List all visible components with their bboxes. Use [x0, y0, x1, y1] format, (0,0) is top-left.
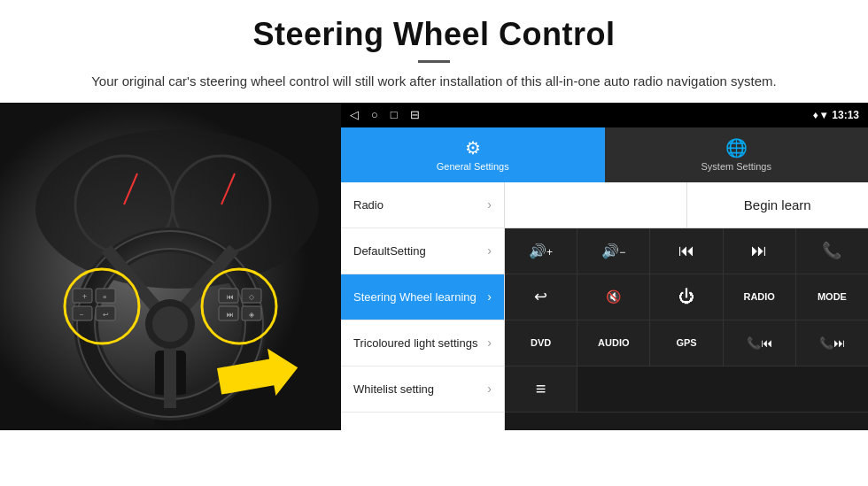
gps-button[interactable]: GPS	[650, 320, 723, 366]
empty-cell	[505, 182, 687, 228]
radio-button[interactable]: RADIO	[724, 274, 796, 320]
android-ui: ◁ ○ □ ⊟ ♦ ▾ 13:13 ⚙ General Settings 🌐 S…	[341, 103, 868, 430]
volume-up-button[interactable]: 🔊+	[505, 228, 577, 274]
settings-menu: Radio › DefaultSetting › Steering Wheel …	[341, 182, 505, 430]
nav-recents-icon[interactable]: □	[391, 108, 398, 121]
mute-button[interactable]: 🔇	[577, 274, 650, 320]
svg-point-14	[152, 306, 188, 342]
row-media-controls: 🔊+ 🔊− ⏮ ⏭ 📞	[505, 228, 868, 274]
next-track-button[interactable]: ⏭	[724, 228, 796, 274]
chevron-icon: ›	[487, 197, 492, 212]
menu-item-default-setting[interactable]: DefaultSetting ›	[341, 228, 504, 274]
svg-text:−: −	[80, 311, 84, 319]
menu-controls-area: Radio › DefaultSetting › Steering Wheel …	[341, 182, 868, 430]
clock: 13:13	[832, 109, 859, 121]
row-secondary-controls: ↩ 🔇 ⏻ RADIO MODE	[505, 274, 868, 320]
phone-next-icon: 📞⏭	[819, 336, 845, 350]
svg-text:+: +	[82, 292, 87, 301]
phone-prev-icon: 📞⏮	[747, 336, 772, 350]
status-bar: ◁ ○ □ ⊟ ♦ ▾ 13:13	[341, 103, 868, 127]
menu-tricoloured-label: Tricoloured light settings	[353, 336, 477, 350]
gear-icon: ⚙	[465, 137, 481, 158]
tab-system-settings[interactable]: 🌐 System Settings	[605, 127, 869, 182]
page-title: Steering Wheel Control	[53, 16, 815, 53]
audio-label: AUDIO	[598, 337, 629, 348]
power-button[interactable]: ⏻	[650, 274, 723, 320]
mode-label: MODE	[818, 291, 847, 302]
menu-default-label: DefaultSetting	[353, 244, 426, 258]
volume-up-icon: 🔊+	[529, 243, 553, 259]
menu-icon: ≡	[536, 379, 546, 399]
status-right: ♦ ▾ 13:13	[813, 109, 859, 121]
begin-learn-button[interactable]: Begin learn	[687, 182, 869, 228]
globe-icon: 🌐	[725, 137, 748, 158]
menu-radio-label: Radio	[353, 198, 384, 212]
phone-button[interactable]: 📞	[796, 228, 868, 274]
nav-home-icon[interactable]: ○	[371, 108, 378, 121]
svg-text:↩: ↩	[103, 311, 109, 319]
dvd-label: DVD	[531, 337, 551, 348]
page-subtitle: Your original car's steering wheel contr…	[53, 72, 815, 92]
menu-whitelist-label: Whitelist setting	[353, 382, 434, 396]
dvd-button[interactable]: DVD	[505, 320, 577, 366]
nav-back-icon[interactable]: ◁	[350, 108, 359, 121]
svg-text:◇: ◇	[249, 293, 255, 301]
car-image-section: + ≡ − ↩ ⏮ ◇ ⏭ ◈	[0, 103, 341, 430]
phone-icon: 📞	[822, 241, 841, 260]
svg-text:≡: ≡	[103, 294, 106, 300]
phone-prev-button[interactable]: 📞⏮	[724, 320, 796, 366]
chevron-icon: ›	[487, 382, 492, 396]
phone-next-button[interactable]: 📞⏭	[796, 320, 868, 366]
steering-wheel-svg: + ≡ − ↩ ⏮ ◇ ⏭ ◈	[0, 103, 341, 430]
svg-point-1	[35, 129, 319, 289]
radio-label: RADIO	[743, 291, 774, 302]
row-begin-learn: Begin learn	[505, 182, 868, 228]
tab-general-settings[interactable]: ⚙ General Settings	[341, 127, 605, 182]
prev-track-button[interactable]: ⏮	[650, 228, 723, 274]
controls-panel: Begin learn 🔊+ 🔊− ⏮ ⏭	[505, 182, 868, 430]
nav-buttons: ◁ ○ □ ⊟	[350, 108, 420, 121]
volume-down-button[interactable]: 🔊−	[577, 228, 650, 274]
empty-row-space	[577, 366, 868, 412]
title-divider	[418, 60, 450, 63]
nav-extra-icon[interactable]: ⊟	[410, 108, 420, 121]
page-header: Steering Wheel Control Your original car…	[0, 0, 868, 103]
next-track-icon: ⏭	[751, 242, 767, 260]
menu-button[interactable]: ≡	[505, 366, 577, 412]
svg-text:⏭: ⏭	[227, 311, 234, 319]
chevron-icon: ›	[487, 336, 492, 350]
menu-steering-label: Steering Wheel learning	[353, 290, 477, 304]
tab-bar: ⚙ General Settings 🌐 System Settings	[341, 127, 868, 182]
chevron-icon: ›	[487, 243, 492, 258]
mode-button[interactable]: MODE	[796, 274, 868, 320]
row-menu: ≡	[505, 366, 868, 413]
main-content: + ≡ − ↩ ⏮ ◇ ⏭ ◈	[0, 103, 868, 430]
call-back-button[interactable]: ↩	[505, 274, 577, 320]
audio-button[interactable]: AUDIO	[577, 320, 650, 366]
mute-icon: 🔇	[606, 289, 621, 304]
power-icon: ⏻	[678, 288, 694, 306]
tab-general-label: General Settings	[437, 161, 509, 172]
tab-system-label: System Settings	[701, 161, 771, 172]
menu-item-tricoloured[interactable]: Tricoloured light settings ›	[341, 320, 504, 366]
chevron-icon: ›	[487, 289, 492, 304]
svg-text:◈: ◈	[249, 311, 255, 319]
row-source-controls: DVD AUDIO GPS 📞⏮ 📞⏭	[505, 320, 868, 366]
volume-down-icon: 🔊−	[601, 243, 625, 259]
menu-item-whitelist[interactable]: Whitelist setting ›	[341, 366, 504, 413]
location-icon: ♦ ▾	[813, 109, 826, 121]
prev-track-icon: ⏮	[678, 242, 694, 260]
car-background: + ≡ − ↩ ⏮ ◇ ⏭ ◈	[0, 103, 341, 430]
svg-text:⏮: ⏮	[227, 293, 234, 301]
menu-item-steering-wheel[interactable]: Steering Wheel learning ›	[341, 274, 504, 320]
menu-item-radio[interactable]: Radio ›	[341, 182, 504, 228]
call-back-icon: ↩	[534, 287, 547, 306]
gps-label: GPS	[676, 337, 696, 348]
